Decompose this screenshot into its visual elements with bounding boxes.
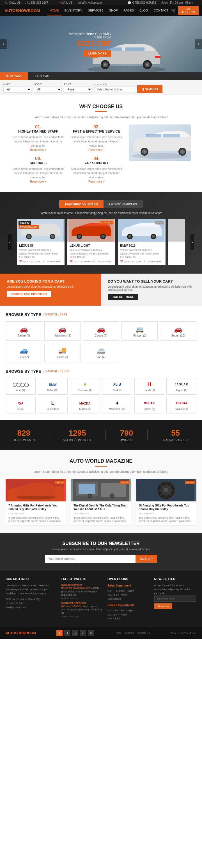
brand-lexus[interactable]: L Lexus (12) [38, 397, 68, 413]
feature-link-4[interactable]: Read more + [88, 180, 105, 183]
tab-latest-vehicles[interactable]: LATEST VEHICLES [104, 200, 143, 208]
footer-subscribe-button[interactable]: Subscribe [154, 603, 172, 609]
account-button[interactable]: MY ACCOUNT [178, 6, 199, 15]
vehicle-year-1: 📅 2017 [70, 260, 79, 263]
logo[interactable]: AUTOSHOWROOM [4, 8, 40, 13]
type-item-suv[interactable]: 🚙 SUV (2) [6, 343, 42, 362]
newsletter-email-input[interactable] [45, 555, 135, 563]
make-select[interactable]: All [3, 86, 31, 93]
brand-ford[interactable]: Ford Ford (2) [102, 378, 132, 395]
footer-link-home[interactable]: Home [115, 631, 122, 634]
cta-sell-button[interactable]: FIND OUT MORE [108, 294, 138, 300]
brand-toyota-label: Toyota (12) [168, 408, 195, 410]
feature-link-3[interactable]: Read more + [30, 180, 46, 183]
footer-newsletter-input[interactable] [154, 595, 196, 602]
cta-sell-text: Lorem ipsum dolor sit amet consectetur a… [108, 285, 195, 291]
nav-home[interactable]: Home [47, 6, 62, 16]
social-linkedin[interactable]: in [80, 630, 86, 636]
brand-jaguar-label: Jaguar (2) [168, 389, 195, 392]
type-item-coupe[interactable]: 🚗 Coupe (5) [83, 321, 119, 341]
vehicles-prev-button[interactable]: ‹ [8, 234, 12, 250]
footer-bottom-logo[interactable]: AUTOSHOWROOM [6, 631, 36, 635]
mag-title-2[interactable]: 50 Amazing Gifts For Petrolheads You Sho… [139, 504, 194, 511]
mag-text-0: In a professional context it often happe… [8, 516, 63, 523]
feature-link-2[interactable]: Read more + [88, 148, 105, 151]
why-title: WHY CHOOSE US [11, 104, 191, 110]
browse-type-link[interactable]: / SHOW ALL TYPE [43, 313, 67, 316]
sales-title: Sales Department [107, 584, 149, 588]
social-facebook[interactable]: f [57, 630, 63, 636]
nav-pages[interactable]: Pages [121, 6, 137, 16]
main-nav: AUTOSHOWROOM Home Inventory Services Sho… [0, 5, 202, 16]
brand-lexus-label: Lexus (12) [40, 408, 66, 410]
hero-cta-button[interactable]: LEARN MORE [83, 50, 111, 57]
brand-toyota[interactable]: TOYOTA Toyota (12) [166, 397, 196, 413]
footer-hours-title: OPEN HOURS [107, 577, 149, 581]
brand-honda-label: Honda (2) [136, 389, 162, 392]
footer-link-contact[interactable]: Contact Us [137, 631, 150, 634]
brand-audi-label: Audi (4) [7, 389, 34, 392]
mag-title-1[interactable]: The Digital Dash Is The Only Thing That … [73, 504, 129, 511]
brand-mercedes[interactable]: ✦ Mercedes (10) [102, 397, 132, 413]
feature-num-2: 02. [70, 124, 124, 129]
type-item-hatchback[interactable]: 🚗 Hatchback (9) [44, 321, 81, 341]
brand-audi[interactable]: ◯◯◯◯ Audi (4) [6, 378, 36, 395]
hours-label: 🕒OPENING HOURS: Mon - Fri: 08 am - 05 pm [128, 1, 198, 4]
nav-blog[interactable]: Blog [137, 6, 151, 16]
hero-content: Mercedes Benz SLS AMG MSRP FROM $221,580… [68, 32, 133, 57]
type-item-truck[interactable]: 🚚 Truck (6) [44, 343, 81, 362]
nav-shop[interactable]: Shop [106, 6, 121, 16]
feature-link-1[interactable]: Read more + [30, 148, 46, 151]
cta-buy-button[interactable]: BROWSE OUR INVENTORY [7, 291, 51, 297]
newsletter-submit-button[interactable]: SIGN UP [135, 555, 157, 563]
vehicles-next-button[interactable]: › [191, 234, 194, 250]
tweet-handle-0: @AutoShowroom [61, 584, 103, 586]
mag-title-0[interactable]: 7 Amazing Gifts For Petrolheads You Shou… [8, 504, 63, 511]
browse-brand-header: BROWSE BY TYPE / SHOW ALL TYPES [6, 369, 196, 374]
type-item-van[interactable]: 🚐 Van (4) [83, 343, 119, 362]
hero-arrow-left[interactable]: ‹ [0, 39, 7, 49]
hero-arrow-right[interactable]: › [195, 39, 202, 49]
social-twitter[interactable]: t [64, 630, 70, 636]
tab-used-cars[interactable]: USED CARS [28, 72, 57, 80]
brand-bmw[interactable]: BMW BMW (22) [38, 378, 68, 395]
nav-inventory[interactable]: Inventory [62, 6, 85, 16]
social-email[interactable]: ✉ [88, 630, 94, 636]
brand-kia[interactable]: KIA KIA (6) [6, 397, 36, 413]
type-item-sedan[interactable]: 🚗 Sedan (5) [6, 321, 42, 341]
brand-honda[interactable]: H Honda (2) [134, 378, 164, 395]
brand-chevrolet[interactable]: ⊞ Chevrolet (2) [70, 378, 100, 395]
footer-address: 1234 Lorem Ipsum, Street, City [6, 597, 57, 601]
brand-nissan[interactable]: NISSAN Nissan (5) [134, 397, 164, 413]
tab-new-cars[interactable]: NEW CARS [0, 72, 28, 80]
cta-buy-banner: ARE YOU LOOKING FOR A CAR? Lorem ipsum d… [0, 274, 101, 306]
search-button[interactable]: Q SEARCH [137, 85, 162, 93]
social-google[interactable]: g+ [72, 630, 78, 636]
vehicle-cards: $19,800 FROM $21,394 LEXUS IS Vehicle Ov… [17, 219, 185, 265]
model-select[interactable]: All [34, 86, 62, 93]
brand-mazda[interactable]: MAZDA Mazda (6) [70, 397, 100, 413]
nav-contact[interactable]: Contact [151, 6, 171, 16]
feature-title-2: FAST & EFFECTIVE SERVICE [70, 129, 124, 133]
mag-body-2: 50 Amazing Gifts For Petrolheads You Sho… [136, 501, 196, 525]
cart-icon[interactable]: 🛒 [171, 8, 176, 13]
brand-jaguar[interactable]: JAGUAR Jaguar (2) [166, 378, 196, 395]
footer-service-hours: Service Department Mon - Fri: 08am - 09p… [107, 603, 149, 621]
vehicle-trans-2: ⚙ Automatic [148, 260, 162, 263]
type-item-minivan[interactable]: 🚐 Minivan (2) [122, 321, 158, 341]
vehicles-row: ‹ $19,800 FROM $21,394 [6, 219, 196, 265]
tab-featured-vehicles[interactable]: FEATURED VEHICLES [59, 200, 103, 208]
why-feature-3: 03. SPECIALS Sed vulicate lorem nunc, ne… [11, 156, 65, 183]
vehicle-price-badge-0: $19,800 [19, 221, 31, 225]
browse-brand-link[interactable]: / SHOW ALL TYPES [43, 370, 69, 373]
price-select[interactable]: Price [64, 86, 92, 93]
brand-ford-label: Ford (2) [104, 389, 130, 392]
type-icon-sedan2: 🚗 [162, 325, 194, 333]
location-input[interactable] [94, 87, 135, 92]
footer-link-sitemap[interactable]: Sitemap [125, 631, 134, 634]
type-label-hatchback: Hatchback (9) [47, 334, 78, 337]
nav-services[interactable]: Services [85, 6, 106, 16]
bmw-logo: BMW [40, 381, 66, 388]
type-item-sedan2[interactable]: 🚗 Sedan (25) [160, 321, 196, 341]
newsletter-desc: Lorem ipsum dolor sit amet, consectetur … [6, 548, 196, 551]
